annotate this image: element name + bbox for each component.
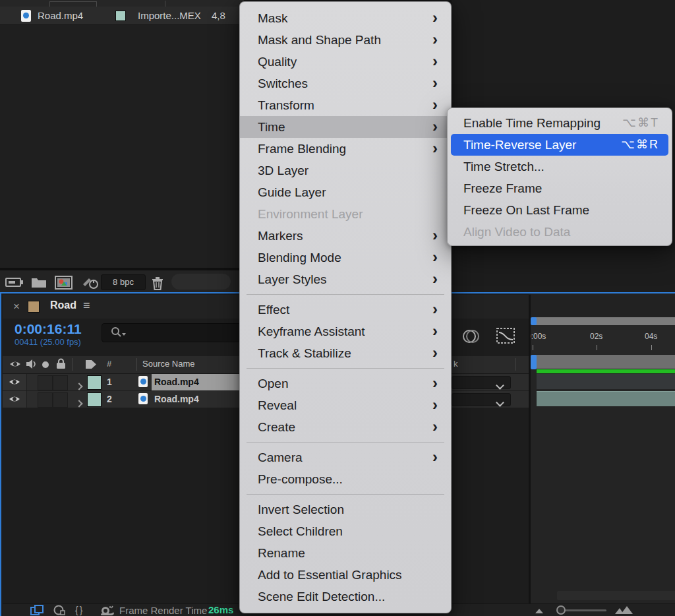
layer1-eye-toggle[interactable]: [3, 374, 27, 390]
submenu-arrow-icon: [432, 342, 438, 364]
live-update-icon[interactable]: [53, 605, 66, 616]
layer1-duration-bar[interactable]: [537, 374, 675, 389]
menu-item-reveal[interactable]: Reveal: [240, 394, 451, 416]
layer2-source-name[interactable]: Road.mp4: [152, 391, 250, 408]
menu-item-time[interactable]: Time: [240, 116, 451, 138]
menu-item-transform[interactable]: Transform: [240, 94, 451, 116]
new-composition-icon[interactable]: [55, 276, 73, 290]
project-file-row[interactable]: Road.mp4 Importe...MEX 4,8: [0, 7, 244, 25]
project-search-pill[interactable]: [171, 274, 231, 290]
submenu-item-time-stretch[interactable]: Time Stretch...: [451, 156, 668, 177]
menu-item-create[interactable]: Create: [240, 416, 451, 438]
menu-item-track-stabilize[interactable]: Track & Stabilize: [240, 342, 451, 364]
submenu-item-enable-time-remapping[interactable]: Enable Time Remapping⌥⌘T: [451, 112, 668, 134]
video-column-eye-icon: [9, 359, 21, 369]
trash-icon[interactable]: [151, 276, 164, 290]
color-depth-icon[interactable]: [82, 276, 99, 290]
work-area-bar[interactable]: [532, 355, 675, 369]
motion-blur-icon[interactable]: [461, 328, 481, 345]
layer2-switch-box[interactable]: [53, 392, 68, 408]
menu-item-rename[interactable]: Rename: [240, 542, 451, 564]
timeline-search-input[interactable]: [102, 323, 261, 342]
playhead-marker[interactable]: [531, 355, 537, 369]
layer2-switch-box[interactable]: [38, 392, 53, 408]
time-navigator-bar[interactable]: [532, 317, 675, 325]
menu-item-open[interactable]: Open: [240, 373, 451, 394]
layer1-label-swatch[interactable]: [87, 375, 102, 390]
current-timecode[interactable]: 0:00:16:11 00411 (25.00 fps): [15, 321, 82, 347]
submenu-arrow-icon: [432, 94, 438, 116]
shortcut-label: ⌥⌘R: [621, 134, 659, 156]
render-time-snail-icon[interactable]: [99, 605, 115, 616]
menu-item-scene-edit-detection[interactable]: Scene Edit Detection...: [240, 586, 451, 607]
timeline-track-area[interactable]: 0:00s 02s 04s: [531, 293, 675, 603]
menu-item-frame-blending[interactable]: Frame Blending: [240, 138, 451, 160]
lock-column-icon: [56, 358, 66, 369]
new-folder-icon[interactable]: [31, 276, 47, 289]
close-tab-icon[interactable]: ×: [13, 300, 20, 313]
layer2-eye-toggle[interactable]: [3, 391, 27, 408]
layer1-source-name[interactable]: Road.mp4: [152, 374, 250, 390]
time-ruler[interactable]: 0:00s 02s 04s: [531, 325, 675, 355]
horizontal-scrollbar[interactable]: [557, 591, 675, 600]
menu-item-markers[interactable]: Markers: [240, 225, 451, 247]
ruler-tick: [651, 345, 652, 350]
timeline-tab-title[interactable]: Road: [50, 299, 76, 311]
layer1-expand-chevron[interactable]: [76, 380, 82, 392]
frame-render-time-label: Frame Render Time: [119, 605, 207, 616]
in-out-panes-icon[interactable]: {}: [75, 604, 84, 616]
menu-item-switches[interactable]: Switches: [240, 73, 451, 94]
submenu-arrow-icon: [432, 116, 438, 138]
menu-item-add-to-essential-graphics[interactable]: Add to Essential Graphics: [240, 564, 451, 586]
menu-item-layer-styles[interactable]: Layer Styles: [240, 268, 451, 290]
submenu-arrow-icon: [432, 321, 438, 342]
menu-item-guide-layer[interactable]: Guide Layer: [240, 181, 451, 203]
menu-item-mask[interactable]: Mask: [240, 7, 451, 29]
submenu-arrow-icon: [432, 373, 438, 394]
menu-item-quality[interactable]: Quality: [240, 51, 451, 73]
layer1-parent-dropdown[interactable]: [452, 376, 511, 389]
layer2-label-swatch[interactable]: [87, 392, 102, 407]
zoom-out-mountain-icon[interactable]: [534, 607, 547, 614]
menu-item-invert-selection[interactable]: Invert Selection: [240, 499, 451, 520]
menu-separator: [247, 368, 444, 369]
menu-item-pre-compose[interactable]: Pre-compose...: [240, 468, 451, 490]
frame-info: 00411 (25.00 fps): [15, 337, 82, 347]
submenu-item-freeze-on-last-frame[interactable]: Freeze On Last Frame: [451, 199, 668, 221]
bit-depth-button[interactable]: 8 bpc: [101, 274, 146, 290]
interpret-footage-icon[interactable]: [5, 276, 24, 289]
time-submenu: Enable Time Remapping⌥⌘T Time-Reverse La…: [447, 108, 672, 246]
layer2-parent-dropdown[interactable]: [452, 393, 511, 406]
timeline-zoom-knob[interactable]: [556, 605, 566, 615]
menu-item-mask-and-shape-path[interactable]: Mask and Shape Path: [240, 29, 451, 51]
submenu-arrow-icon: [432, 51, 438, 73]
submenu-item-freeze-frame[interactable]: Freeze Frame: [451, 177, 668, 199]
layer1-switch-box[interactable]: [53, 375, 68, 390]
layer1-index: 1: [107, 377, 112, 387]
ruler-tick-label-2: 04s: [645, 332, 657, 341]
menu-item-select-children[interactable]: Select Children: [240, 520, 451, 542]
menu-item-blending-mode[interactable]: Blending Mode: [240, 247, 451, 268]
menu-item-camera[interactable]: Camera: [240, 447, 451, 468]
partial-header-divider: [165, 1, 165, 7]
submenu-arrow-icon: [432, 73, 438, 94]
time-navigator-start-handle[interactable]: [531, 317, 537, 325]
submenu-item-time-reverse-layer[interactable]: Time-Reverse Layer⌥⌘R: [451, 134, 668, 156]
layer1-switch-box[interactable]: [38, 375, 53, 390]
submenu-item-align-video-to-data: Align Video to Data: [451, 221, 668, 243]
zoom-in-mountains-icon[interactable]: [614, 605, 634, 615]
menu-item-keyframe-assistant[interactable]: Keyframe Assistant: [240, 321, 451, 342]
menu-item-effect[interactable]: Effect: [240, 299, 451, 321]
project-file-size: 4,8: [212, 10, 225, 21]
layer1-file-icon: [138, 376, 148, 387]
panel-menu-icon[interactable]: ≡: [83, 299, 90, 313]
graph-editor-icon[interactable]: [496, 326, 515, 345]
layer2-expand-chevron[interactable]: [76, 397, 82, 409]
layer2-duration-bar[interactable]: [537, 391, 675, 406]
timeline-zoom-track[interactable]: [563, 609, 606, 611]
layer2-file-icon: [138, 393, 148, 404]
label-color-swatch[interactable]: [115, 11, 126, 21]
mini-flowchart-icon[interactable]: [30, 605, 45, 616]
menu-item-3d-layer[interactable]: 3D Layer: [240, 160, 451, 181]
source-name-column-header[interactable]: Source Name: [142, 359, 194, 369]
